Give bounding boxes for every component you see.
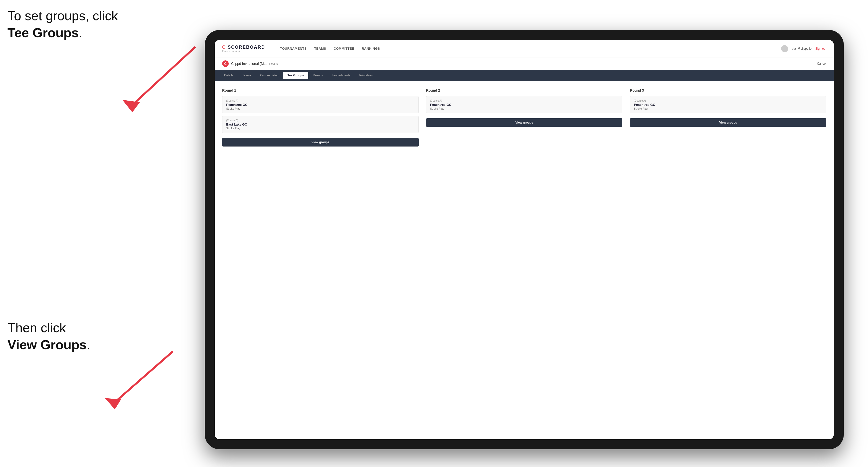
tab-tee-groups[interactable]: Tee Groups xyxy=(283,72,308,79)
nav-right: blair@clippd.io Sign out xyxy=(781,45,826,52)
round-2-view-groups-button[interactable]: View groups xyxy=(426,118,623,127)
tab-details[interactable]: Details xyxy=(220,72,238,79)
round-1-course-a-label: (Course A) xyxy=(226,99,415,102)
user-avatar xyxy=(781,45,788,52)
round-3-column: Round 3 (Course A) Peachtree GC Stroke P… xyxy=(630,88,826,147)
sub-navigation: C Clippd Invitational (M... Hosting Canc… xyxy=(215,57,834,70)
main-content: Round 1 (Course A) Peachtree GC Stroke P… xyxy=(215,81,834,439)
tournament-c-icon: C xyxy=(222,60,229,67)
instruction-top: To set groups, click Tee Groups. xyxy=(7,7,118,41)
logo-area: C SCOREBOARD Powered by clippit xyxy=(222,45,265,53)
instruction-bottom-bold: View Groups xyxy=(7,338,87,352)
nav-committee[interactable]: COMMITTEE xyxy=(334,45,354,52)
round-2-column: Round 2 (Course A) Peachtree GC Stroke P… xyxy=(426,88,623,147)
instruction-bottom-period: . xyxy=(87,338,90,352)
round-3-course-a-name: Peachtree GC xyxy=(634,103,822,106)
instruction-top-bold: Tee Groups xyxy=(7,26,79,40)
arrow-bottom-indicator xyxy=(92,344,192,414)
tab-results[interactable]: Results xyxy=(308,72,327,79)
round-3-course-a-label: (Course A) xyxy=(634,99,822,102)
hosting-badge: Hosting xyxy=(269,62,278,65)
round-3-view-groups-button[interactable]: View groups xyxy=(630,118,826,127)
round-1-title: Round 1 xyxy=(222,88,418,92)
nav-tournaments[interactable]: TOURNAMENTS xyxy=(280,45,307,52)
round-1-course-b-label: (Course B) xyxy=(226,119,415,122)
svg-line-2 xyxy=(112,352,172,404)
nav-links: TOURNAMENTS TEAMS COMMITTEE RANKINGS xyxy=(280,45,771,52)
logo-text: SCOREBOARD xyxy=(228,45,265,50)
round-1-course-a-card: (Course A) Peachtree GC Stroke Play xyxy=(222,96,418,113)
instruction-bottom-line1: Then click xyxy=(7,320,66,335)
tournament-name: Clippd Invitational (M... xyxy=(231,62,267,66)
instruction-top-line1: To set groups, click xyxy=(7,8,118,23)
round-1-course-b-card: (Course B) East Lake GC Stroke Play xyxy=(222,116,418,133)
round-2-course-a-format: Stroke Play xyxy=(430,107,619,110)
round-1-course-a-format: Stroke Play xyxy=(226,107,415,110)
tab-leaderboards[interactable]: Leaderboards xyxy=(327,72,355,79)
round-1-view-groups-button[interactable]: View groups xyxy=(222,138,418,147)
round-1-course-b-name: East Lake GC xyxy=(226,123,415,126)
round-1-course-b-format: Stroke Play xyxy=(226,127,415,130)
instruction-bottom: Then click View Groups. xyxy=(7,319,90,353)
logo-scoreboard: C SCOREBOARD xyxy=(222,45,265,50)
round-2-course-a-label: (Course A) xyxy=(430,99,619,102)
round-2-course-a-name: Peachtree GC xyxy=(430,103,619,106)
round-1-column: Round 1 (Course A) Peachtree GC Stroke P… xyxy=(222,88,418,147)
nav-rankings[interactable]: RANKINGS xyxy=(362,45,380,52)
svg-line-0 xyxy=(130,48,195,107)
round-1-course-a-name: Peachtree GC xyxy=(226,103,415,106)
round-2-title: Round 2 xyxy=(426,88,623,92)
tab-teams[interactable]: Teams xyxy=(238,72,256,79)
nav-teams[interactable]: TEAMS xyxy=(314,45,326,52)
user-email: blair@clippd.io xyxy=(792,47,812,51)
tournament-title-area: C Clippd Invitational (M... Hosting xyxy=(222,60,279,67)
logo-c: C xyxy=(222,45,226,50)
tab-bar: Details Teams Course Setup Tee Groups Re… xyxy=(215,70,834,81)
tablet-device: C SCOREBOARD Powered by clippit TOURNAME… xyxy=(205,30,844,449)
tab-course-setup[interactable]: Course Setup xyxy=(256,72,283,79)
round-2-course-a-card: (Course A) Peachtree GC Stroke Play xyxy=(426,96,623,113)
rounds-container: Round 1 (Course A) Peachtree GC Stroke P… xyxy=(222,88,826,147)
round-3-course-a-format: Stroke Play xyxy=(634,107,822,110)
cancel-button[interactable]: Cancel xyxy=(817,62,826,65)
tab-printables[interactable]: Printables xyxy=(355,72,377,79)
sign-out-link[interactable]: Sign out xyxy=(815,47,826,51)
instruction-top-period: . xyxy=(79,26,82,40)
round-3-course-a-card: (Course A) Peachtree GC Stroke Play xyxy=(630,96,826,113)
tablet-screen: C SCOREBOARD Powered by clippit TOURNAME… xyxy=(215,40,834,439)
top-navigation: C SCOREBOARD Powered by clippit TOURNAME… xyxy=(215,40,834,57)
logo-powered: Powered by clippit xyxy=(222,50,265,53)
svg-marker-3 xyxy=(105,398,121,409)
round-3-title: Round 3 xyxy=(630,88,826,92)
